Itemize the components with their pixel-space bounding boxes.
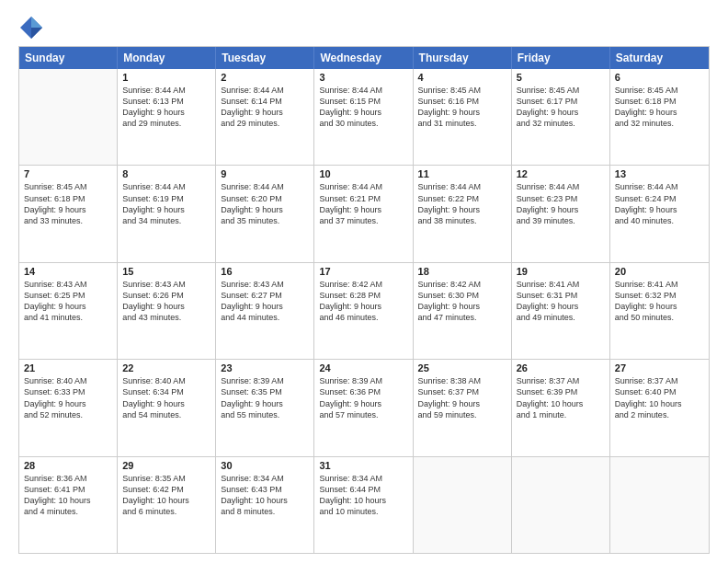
cal-cell: 21Sunrise: 8:40 AMSunset: 6:33 PMDayligh…: [19, 360, 118, 455]
cell-line: Sunset: 6:33 PM: [24, 386, 112, 397]
cal-cell: 15Sunrise: 8:43 AMSunset: 6:26 PMDayligh…: [118, 263, 216, 359]
cell-line: Sunset: 6:14 PM: [221, 96, 309, 107]
cell-line: Sunrise: 8:34 AM: [221, 473, 309, 484]
cell-line: Sunrise: 8:44 AM: [615, 181, 704, 192]
cell-line: Daylight: 9 hours: [122, 301, 210, 312]
cell-line: Sunset: 6:39 PM: [517, 386, 605, 397]
header-day-tuesday: Tuesday: [216, 47, 314, 69]
cell-line: Sunrise: 8:34 AM: [319, 473, 407, 484]
day-number: 2: [221, 72, 309, 83]
cell-line: Daylight: 9 hours: [418, 204, 506, 215]
cell-line: Sunset: 6:26 PM: [122, 290, 210, 301]
cell-line: Sunset: 6:44 PM: [319, 484, 407, 495]
day-number: 30: [221, 460, 309, 471]
cell-line: Daylight: 9 hours: [24, 301, 112, 312]
cell-line: Sunrise: 8:45 AM: [615, 85, 704, 96]
header-day-saturday: Saturday: [610, 47, 709, 69]
cell-line: and 39 minutes.: [517, 215, 605, 226]
cal-cell: 8Sunrise: 8:44 AMSunset: 6:19 PMDaylight…: [118, 166, 216, 261]
cell-line: Sunset: 6:31 PM: [517, 290, 605, 301]
cal-cell: 20Sunrise: 8:41 AMSunset: 6:32 PMDayligh…: [610, 263, 709, 359]
day-number: 1: [122, 72, 210, 83]
cell-line: Sunrise: 8:41 AM: [517, 279, 605, 290]
cell-line: Daylight: 9 hours: [122, 398, 210, 409]
day-number: 5: [517, 72, 605, 83]
cal-cell: 28Sunrise: 8:36 AMSunset: 6:41 PMDayligh…: [19, 457, 118, 553]
calendar: SundayMondayTuesdayWednesdayThursdayFrid…: [18, 46, 710, 554]
cell-line: and 6 minutes.: [122, 506, 210, 517]
cell-line: Sunset: 6:19 PM: [122, 193, 210, 204]
cell-line: Sunset: 6:25 PM: [24, 290, 112, 301]
day-number: 15: [122, 266, 210, 277]
day-number: 25: [418, 362, 506, 373]
cal-cell: 26Sunrise: 8:37 AMSunset: 6:39 PMDayligh…: [512, 360, 610, 455]
logo-icon: [18, 15, 44, 40]
cal-cell: 3Sunrise: 8:44 AMSunset: 6:15 PMDaylight…: [314, 69, 413, 165]
day-number: 13: [615, 168, 704, 179]
day-number: 19: [517, 266, 605, 277]
cell-line: Sunset: 6:22 PM: [418, 193, 506, 204]
cell-line: Sunrise: 8:44 AM: [221, 181, 309, 192]
cell-line: Sunset: 6:13 PM: [122, 96, 210, 107]
cell-line: Sunset: 6:15 PM: [319, 96, 407, 107]
svg-marker-1: [31, 17, 42, 28]
day-number: 3: [319, 72, 407, 83]
day-number: 4: [418, 72, 506, 83]
cell-line: and 55 minutes.: [221, 409, 309, 420]
cell-line: and 59 minutes.: [418, 409, 506, 420]
day-number: 20: [615, 266, 704, 277]
cal-cell: 17Sunrise: 8:42 AMSunset: 6:28 PMDayligh…: [314, 263, 413, 359]
cell-line: Sunset: 6:23 PM: [517, 193, 605, 204]
cell-line: Sunrise: 8:38 AM: [418, 375, 506, 386]
cell-line: and 54 minutes.: [122, 409, 210, 420]
cell-line: Sunset: 6:21 PM: [319, 193, 407, 204]
cell-line: Daylight: 9 hours: [418, 398, 506, 409]
cell-line: Daylight: 9 hours: [319, 107, 407, 118]
cell-line: Sunset: 6:28 PM: [319, 290, 407, 301]
cell-line: Sunrise: 8:43 AM: [122, 279, 210, 290]
cal-cell: 10Sunrise: 8:44 AMSunset: 6:21 PMDayligh…: [314, 166, 413, 261]
cell-line: and 32 minutes.: [615, 118, 704, 129]
cal-cell: [414, 457, 512, 553]
cell-line: and 35 minutes.: [221, 215, 309, 226]
cell-line: and 8 minutes.: [221, 506, 309, 517]
cell-line: Sunrise: 8:44 AM: [221, 85, 309, 96]
cell-line: and 2 minutes.: [615, 409, 704, 420]
cell-line: Daylight: 10 hours: [221, 495, 309, 506]
day-number: 9: [221, 168, 309, 179]
cell-line: Sunrise: 8:44 AM: [122, 181, 210, 192]
cell-line: Daylight: 9 hours: [221, 301, 309, 312]
day-number: 8: [122, 168, 210, 179]
cell-line: and 32 minutes.: [517, 118, 605, 129]
cal-cell: 4Sunrise: 8:45 AMSunset: 6:16 PMDaylight…: [414, 69, 512, 165]
day-number: 6: [615, 72, 704, 83]
day-number: 18: [418, 266, 506, 277]
cal-row-1: 7Sunrise: 8:45 AMSunset: 6:18 PMDaylight…: [19, 166, 709, 262]
cell-line: Daylight: 9 hours: [418, 107, 506, 118]
cal-cell: 29Sunrise: 8:35 AMSunset: 6:42 PMDayligh…: [118, 457, 216, 553]
day-number: 14: [24, 266, 112, 277]
cell-line: and 49 minutes.: [517, 312, 605, 323]
cell-line: Sunrise: 8:41 AM: [615, 279, 704, 290]
cell-line: and 44 minutes.: [221, 312, 309, 323]
cell-line: and 4 minutes.: [24, 506, 112, 517]
day-number: 31: [319, 460, 407, 471]
cell-line: and 47 minutes.: [418, 312, 506, 323]
cal-cell: [19, 69, 118, 165]
cell-line: Daylight: 9 hours: [24, 204, 112, 215]
cell-line: Sunset: 6:17 PM: [517, 96, 605, 107]
cal-row-2: 14Sunrise: 8:43 AMSunset: 6:25 PMDayligh…: [19, 263, 709, 360]
cell-line: Daylight: 10 hours: [517, 398, 605, 409]
header-day-wednesday: Wednesday: [314, 47, 413, 69]
cell-line: Sunrise: 8:39 AM: [221, 375, 309, 386]
cell-line: Daylight: 10 hours: [122, 495, 210, 506]
day-number: 27: [615, 362, 704, 373]
cell-line: Daylight: 9 hours: [517, 301, 605, 312]
cell-line: Sunset: 6:35 PM: [221, 386, 309, 397]
cell-line: Daylight: 9 hours: [319, 204, 407, 215]
cal-cell: 24Sunrise: 8:39 AMSunset: 6:36 PMDayligh…: [314, 360, 413, 455]
cal-cell: [512, 457, 610, 553]
cell-line: Sunrise: 8:39 AM: [319, 375, 407, 386]
cell-line: Sunset: 6:18 PM: [24, 193, 112, 204]
cell-line: Sunset: 6:20 PM: [221, 193, 309, 204]
